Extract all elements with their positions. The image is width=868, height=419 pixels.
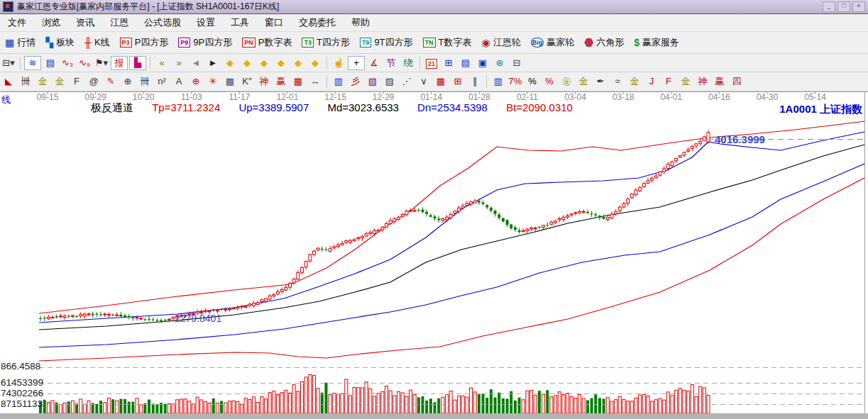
spiral-icon[interactable]: @ xyxy=(86,75,101,88)
p-number-table-button[interactable]: PNP数字表 xyxy=(237,36,297,49)
gann-shrink-icon[interactable]: ◆ xyxy=(273,57,289,69)
gann-all-icon[interactable]: ◆ xyxy=(307,57,323,69)
gold-underline-icon[interactable]: 金 xyxy=(627,75,642,88)
seven-pct-icon[interactable]: 7% xyxy=(507,75,523,88)
chinese-mode-icon[interactable]: 报 xyxy=(111,56,128,70)
menu-item-2[interactable]: 浏览 xyxy=(34,16,68,29)
volume-profile-icon[interactable]: ▥ xyxy=(490,75,506,88)
measure-angle-icon[interactable]: ∡ xyxy=(366,57,382,69)
globe-save-icon[interactable]: ⊛ xyxy=(492,57,507,69)
bottom-scrollbar[interactable] xyxy=(0,413,868,419)
f-ruler-icon[interactable]: F xyxy=(69,75,84,88)
width-arrows-icon[interactable]: ↔ xyxy=(307,75,323,88)
quote-bars-icon[interactable]: ▥ xyxy=(331,75,346,88)
pencil-icon[interactable]: ✎ xyxy=(103,75,119,88)
rays-box2-icon[interactable]: ▨ xyxy=(382,75,397,88)
menu-item-6[interactable]: 设置 xyxy=(189,16,223,29)
9t-square-button[interactable]: T99T四方形 xyxy=(355,36,418,49)
n-squared-icon[interactable]: n² xyxy=(154,75,170,88)
kline-3-icon[interactable]: ∿₃ xyxy=(60,57,75,69)
wave-chart-icon[interactable]: ≋ xyxy=(24,56,41,70)
grid-123-icon[interactable]: ▦ xyxy=(290,75,306,88)
crosshair-tool-icon[interactable]: + xyxy=(348,56,365,70)
wave-tool-icon[interactable]: ≈ xyxy=(610,75,625,88)
ying-angle-icon[interactable]: 赢 xyxy=(712,75,727,88)
gold-line-icon[interactable]: 金 xyxy=(576,75,591,88)
first-page-icon[interactable]: « xyxy=(154,57,170,69)
shen-tool-icon[interactable]: 神 xyxy=(256,75,272,88)
j-angle-icon[interactable]: J xyxy=(644,75,659,88)
gold-ruler2-icon[interactable]: 金 xyxy=(52,75,67,88)
gann-step-right-icon[interactable]: ◆ xyxy=(239,57,255,69)
trend-lines-icon[interactable]: ⋰ xyxy=(399,75,414,88)
percent-line-icon[interactable]: % xyxy=(542,75,557,88)
winner-service-button[interactable]: $赢家服务 xyxy=(629,36,684,49)
maximize-button[interactable]: □ xyxy=(837,1,850,12)
k-quote-icon[interactable]: K″ xyxy=(239,75,255,88)
hand-tool-icon[interactable]: ☝ xyxy=(331,57,346,69)
gann-wheel-button[interactable]: ◉江恩轮 xyxy=(477,36,526,49)
quotes-button[interactable]: ▦行情 xyxy=(0,36,40,49)
teal-tool-icon[interactable]: 绕 xyxy=(400,57,416,69)
notes-icon[interactable]: ▤ xyxy=(458,57,473,69)
minimize-button[interactable]: _ xyxy=(823,1,835,12)
winner-wheel-button[interactable]: Big赢家轮 xyxy=(526,36,580,49)
comb-ruler-icon[interactable]: 卌 xyxy=(18,75,33,88)
blocks-button[interactable]: ▚板块 xyxy=(40,36,79,49)
t-number-table-button[interactable]: TNT数字表 xyxy=(418,36,477,49)
ying-tool-icon[interactable]: 赢 xyxy=(273,75,289,88)
crosshair-circle-icon[interactable]: ⊕ xyxy=(188,75,204,88)
rays-box-icon[interactable]: ▧ xyxy=(365,75,380,88)
comb2-ruler-icon[interactable]: 卌 xyxy=(137,75,153,88)
red-grid-icon[interactable]: ▦ xyxy=(433,75,449,88)
calendar-icon[interactable]: 21 xyxy=(424,57,439,69)
gold-angle-icon[interactable]: 金 xyxy=(678,75,693,88)
last-page-icon[interactable]: » xyxy=(171,57,187,69)
calculator-icon[interactable]: ⊞ xyxy=(441,57,456,69)
close-button[interactable]: × xyxy=(852,1,865,12)
menu-item-1[interactable]: 文件 xyxy=(0,16,34,29)
gold-ruler-icon[interactable]: 金 xyxy=(35,75,50,88)
kline-button[interactable]: ╫K线 xyxy=(79,36,115,49)
red-grid2-icon[interactable]: ⊞ xyxy=(450,75,466,88)
document-icon[interactable]: ▤ xyxy=(43,57,58,69)
a-guide-icon[interactable]: A xyxy=(171,75,187,88)
p-square-button[interactable]: P3P四方形 xyxy=(115,36,174,49)
parallel-lines-icon[interactable]: ∥ xyxy=(467,75,483,88)
menu-item-8[interactable]: 窗口 xyxy=(257,16,291,29)
brush-icon[interactable]: ◣ xyxy=(1,75,16,88)
gann-expand-icon[interactable]: ◆ xyxy=(256,57,272,69)
shen-angle-icon[interactable]: 神 xyxy=(695,75,710,88)
gann-step-left-icon[interactable]: ◆ xyxy=(222,57,238,69)
gold-circle-icon[interactable]: ㊎ xyxy=(559,75,574,88)
save-icon[interactable]: ▣ xyxy=(475,57,490,69)
t-square-button[interactable]: T3T四方形 xyxy=(297,36,354,49)
percent-icon[interactable]: % xyxy=(524,75,540,88)
color-chart-icon[interactable]: ▙ xyxy=(129,56,146,70)
kline-9-icon[interactable]: ∿₉ xyxy=(77,57,92,69)
menu-item-5[interactable]: 公式选股 xyxy=(136,16,189,29)
si-angle-icon[interactable]: 四 xyxy=(729,75,745,88)
layout-combo-icon[interactable]: ⊟▾ xyxy=(1,57,16,69)
pen-flag-icon[interactable]: ✒ xyxy=(593,75,608,88)
f-angle-icon[interactable]: F xyxy=(661,75,676,88)
next-candle-icon[interactable]: ► xyxy=(205,57,221,69)
menu-item-4[interactable]: 江恩 xyxy=(102,16,136,29)
prev-candle-icon[interactable]: ◄ xyxy=(188,57,204,69)
globe-lines-icon[interactable]: ⊕ xyxy=(120,75,136,88)
9p-square-button[interactable]: P99P四方形 xyxy=(173,36,237,49)
purple-tool-icon[interactable]: 节 xyxy=(383,57,399,69)
gann-grid-icon[interactable]: ◆ xyxy=(290,57,306,69)
menu-item-9[interactable]: 交易委托 xyxy=(291,16,344,29)
menu-item-3[interactable]: 资讯 xyxy=(68,16,102,29)
star-grid-icon[interactable]: ✳ xyxy=(205,75,221,88)
menu-item-7[interactable]: 工具 xyxy=(223,16,257,29)
flag-dropdown-icon[interactable]: ⚑▾ xyxy=(94,57,109,69)
grid-box-icon[interactable]: ▩ xyxy=(222,75,238,88)
rays-icon[interactable]: 彡 xyxy=(348,75,363,88)
volume-axis-label: 74302266 xyxy=(1,388,43,398)
print-icon[interactable]: ⊟ xyxy=(509,57,524,69)
hexagon-button[interactable]: 六角形 xyxy=(579,36,629,49)
v-lines-icon[interactable]: ∨ xyxy=(416,75,432,88)
menu-item-10[interactable]: 帮助 xyxy=(344,16,378,29)
